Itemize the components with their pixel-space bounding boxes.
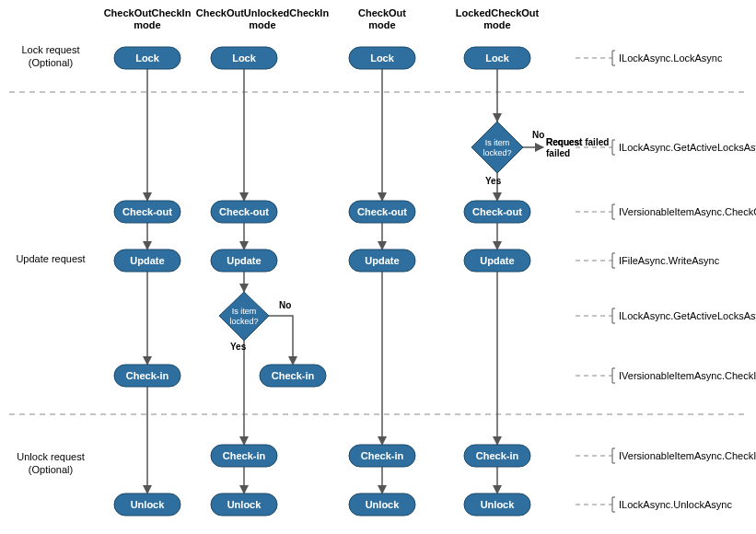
svg-text:CheckOutCheckIn: CheckOutCheckIn bbox=[104, 7, 192, 18]
row-lock-request: Lock request(Optional) bbox=[22, 44, 80, 68]
svg-text:No: No bbox=[279, 300, 291, 310]
svg-text:Unlock: Unlock bbox=[481, 499, 516, 510]
svg-text:mode: mode bbox=[134, 19, 160, 30]
c3-update-node: Update bbox=[349, 250, 415, 272]
c3-lock-node: Lock bbox=[349, 47, 415, 69]
svg-text:(Optional): (Optional) bbox=[29, 464, 73, 475]
c3-unlock-node: Unlock bbox=[349, 493, 415, 516]
svg-text:Check-out: Check-out bbox=[122, 206, 172, 217]
c2-checkout-node: Check-out bbox=[211, 201, 277, 223]
c1-checkin-node: Check-in bbox=[114, 365, 180, 387]
svg-text:ILockAsync.GetActiveLocksAsync: ILockAsync.GetActiveLocksAsync bbox=[619, 142, 756, 153]
svg-text:Request: Request bbox=[546, 137, 583, 147]
c2-unlock-node: Unlock bbox=[211, 493, 277, 516]
col-header-2: CheckOutUnlockedCheckInmode bbox=[196, 7, 330, 30]
c1-checkout-node: Check-out bbox=[114, 201, 180, 223]
svg-text:Check-in: Check-in bbox=[126, 370, 169, 381]
svg-text:mode: mode bbox=[249, 19, 275, 30]
svg-text:No: No bbox=[532, 130, 544, 140]
c3-checkin-node: Check-in bbox=[349, 445, 415, 467]
svg-text:Unlock: Unlock bbox=[366, 499, 401, 510]
svg-text:CheckOutUnlockedCheckIn: CheckOutUnlockedCheckIn bbox=[196, 7, 330, 18]
api-checkin-2: IVersionableItemAsync.CheckInAsync bbox=[576, 448, 756, 463]
svg-text:Update: Update bbox=[227, 255, 261, 266]
svg-text:IVersionableItemAsync.CheckOut: IVersionableItemAsync.CheckOutAsync bbox=[619, 206, 756, 217]
c2-lock-node: Lock bbox=[211, 47, 277, 69]
c2-decision-node: Is item locked? No Yes bbox=[219, 292, 291, 352]
svg-text:CheckOut: CheckOut bbox=[358, 7, 406, 18]
c2-checkin-right-node: Check-in bbox=[260, 365, 326, 387]
svg-text:Yes: Yes bbox=[230, 342, 247, 352]
row-update-request: Update request bbox=[16, 253, 85, 264]
c4-decision-node: Is item locked? No Yes bbox=[471, 122, 544, 186]
c2-checkin-bottom-node: Check-in bbox=[211, 445, 277, 467]
svg-text:Unlock: Unlock bbox=[131, 499, 166, 510]
svg-text:Lock: Lock bbox=[370, 52, 395, 64]
svg-text:locked?: locked? bbox=[483, 148, 511, 157]
svg-text:Check-out: Check-out bbox=[357, 206, 407, 217]
svg-text:Update request: Update request bbox=[16, 253, 85, 264]
c4-unlock-node: Unlock bbox=[464, 493, 530, 516]
svg-text:Lock request: Lock request bbox=[22, 44, 80, 55]
api-getactive-2: ILockAsync.GetActiveLocksAsync bbox=[576, 308, 756, 323]
svg-text:ILockAsync.GetActiveLocksAsync: ILockAsync.GetActiveLocksAsync bbox=[619, 310, 756, 321]
svg-text:Unlock: Unlock bbox=[227, 499, 262, 510]
api-checkin-1: IVersionableItemAsync.CheckInAsync bbox=[576, 368, 756, 383]
c4-checkout-node: Check-out bbox=[464, 201, 530, 223]
svg-text:Update: Update bbox=[365, 255, 399, 266]
svg-text:IFileAsync.WriteAsync: IFileAsync.WriteAsync bbox=[619, 255, 720, 266]
svg-text:Lock: Lock bbox=[232, 52, 257, 64]
c2-no-branch bbox=[269, 316, 293, 365]
svg-text:ILockAsync.UnlockAsync: ILockAsync.UnlockAsync bbox=[619, 499, 732, 510]
svg-text:failed: failed bbox=[546, 148, 570, 158]
svg-text:Check-in: Check-in bbox=[476, 450, 519, 461]
svg-text:Check-in: Check-in bbox=[272, 370, 315, 381]
svg-text:Lock: Lock bbox=[485, 52, 510, 64]
row-unlock-request: Unlock request(Optional) bbox=[17, 451, 84, 475]
api-write: IFileAsync.WriteAsync bbox=[576, 253, 720, 268]
svg-text:mode: mode bbox=[368, 19, 395, 30]
svg-text:Check-in: Check-in bbox=[223, 450, 266, 461]
api-lock: ILockAsync.LockAsync bbox=[576, 51, 723, 65]
svg-text:Unlock request: Unlock request bbox=[17, 451, 84, 462]
c1-unlock-node: Unlock bbox=[114, 493, 180, 516]
svg-text:LockedCheckOut: LockedCheckOut bbox=[456, 7, 540, 18]
svg-text:Is item: Is item bbox=[485, 138, 510, 147]
c1-update-node: Update bbox=[114, 250, 180, 272]
svg-text:locked?: locked? bbox=[229, 317, 258, 326]
col-header-3: CheckOutmode bbox=[358, 7, 406, 30]
c4-update-node: Update bbox=[464, 250, 530, 272]
c2-update-node: Update bbox=[211, 250, 277, 272]
svg-text:Update: Update bbox=[130, 255, 164, 266]
svg-text:Yes: Yes bbox=[485, 176, 502, 186]
svg-text:Lock: Lock bbox=[135, 52, 160, 64]
svg-marker-68 bbox=[471, 122, 523, 173]
svg-text:Update: Update bbox=[480, 255, 514, 266]
svg-text:IVersionableItemAsync.CheckInA: IVersionableItemAsync.CheckInAsync bbox=[619, 450, 756, 461]
c1-lock-node: Lock bbox=[114, 47, 180, 69]
c4-lock-node: Lock bbox=[464, 47, 530, 69]
col-header-4: LockedCheckOutmode bbox=[456, 7, 540, 30]
svg-text:mode: mode bbox=[483, 19, 510, 30]
svg-text:Check-out: Check-out bbox=[472, 206, 522, 217]
c3-checkout-node: Check-out bbox=[349, 201, 415, 223]
svg-text:Check-out: Check-out bbox=[219, 206, 269, 217]
svg-text:Is item: Is item bbox=[232, 307, 257, 316]
svg-text:Check-in: Check-in bbox=[361, 450, 404, 461]
api-unlock: ILockAsync.UnlockAsync bbox=[576, 497, 732, 512]
col-header-1: CheckOutCheckInmode bbox=[104, 7, 192, 30]
svg-text:(Optional): (Optional) bbox=[29, 57, 73, 68]
svg-text:ILockAsync.LockAsync: ILockAsync.LockAsync bbox=[619, 52, 723, 64]
api-checkout: IVersionableItemAsync.CheckOutAsync bbox=[576, 204, 756, 219]
svg-text:IVersionableItemAsync.CheckInA: IVersionableItemAsync.CheckInAsync bbox=[619, 370, 756, 381]
c4-checkin-node: Check-in bbox=[464, 445, 530, 467]
